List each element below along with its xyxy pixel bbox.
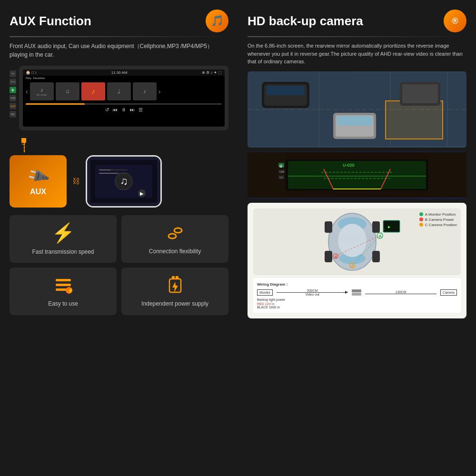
tyc-button[interactable]: TY-C — [10, 79, 16, 85]
legend-dot-green — [419, 212, 423, 216]
feature-card-connection-flexibility: Connection flexibility — [121, 215, 228, 263]
diagram-legend: A Monitor Position B Camera Power C Came… — [419, 212, 457, 227]
play-label: Play — [26, 77, 31, 79]
phone-screen: ♫ ▶ — [87, 157, 160, 206]
left-panel: AUX Function 🎵 Front AUX audio input, Ca… — [0, 0, 238, 476]
chain-icon: ⛓ — [72, 177, 80, 186]
stereo-progress-bar[interactable] — [26, 103, 222, 105]
svg-rect-61 — [372, 221, 380, 233]
wiring-row-video: Monitor 500CM Video out 130CM — [257, 289, 457, 296]
aux-plug-icon: 🔌 — [25, 163, 51, 188]
stereo-screen: 🏠 □ ↕ 11:30 AM ⊕ ⚙ ♪ ✦ ⬚ Play Favorites … — [23, 69, 225, 127]
music-note-4: ♩ — [118, 88, 120, 95]
cable-1-area: 500CM Video out — [277, 289, 348, 296]
music-card-3[interactable]: ♪ — [81, 82, 105, 100]
svg-rect-13 — [56, 279, 71, 281]
phone-music-app: ♫ ▶ — [90, 160, 157, 203]
stereo-side-buttons: TF TY-C ⏻ USB AUX MIC — [10, 66, 16, 118]
stereo-progress-fill — [26, 103, 85, 105]
stereo-statusbar: 🏠 □ ↕ 11:30 AM ⊕ ⚙ ♪ ✦ ⬚ — [23, 69, 225, 76]
svg-rect-40 — [248, 152, 286, 198]
wiring-diagram-container: A Monitor Position B Camera Power C Came… — [248, 203, 466, 318]
easy-to-use-icon: ⚡ — [53, 275, 74, 296]
feature-grid: ⚡ Fast transmission speed Connection fle… — [10, 215, 228, 315]
svg-rect-6 — [99, 169, 111, 170]
backup-light-label: Backup light power — [257, 298, 457, 301]
black-wire-label: BLACK GND in — [257, 306, 457, 309]
camera-box: Camera — [440, 289, 457, 296]
next-button[interactable]: › — [159, 88, 161, 95]
aux-box-label: AUX — [30, 188, 46, 196]
aux-section-header: AUX Function 🎵 — [10, 10, 228, 32]
aux-box: 🔌 AUX — [10, 155, 67, 208]
stereo-home-icon: 🏠 □ ↕ — [26, 70, 37, 75]
connection-flexibility-icon — [165, 223, 186, 244]
camera-label: Camera — [443, 291, 455, 294]
svg-rect-34 — [402, 84, 438, 103]
cable-length-2: 130CM — [396, 290, 407, 294]
cable-2-area: 130CM — [365, 290, 436, 294]
legend-camera-position: C Camera Position — [419, 223, 457, 227]
music-note-1: ♪ — [40, 87, 43, 93]
backup-camera-view: U-020 ⏻ USB MIC — [248, 151, 466, 199]
svg-point-12 — [174, 228, 182, 233]
music-card-4[interactable]: ♩ — [107, 82, 131, 100]
lightning-icon: ⚡ — [51, 222, 75, 244]
music-card-2[interactable]: ♫ — [56, 82, 79, 100]
music-note-3: ♪ — [91, 87, 95, 96]
feature-card-fast-transmission: ⚡ Fast transmission speed — [10, 215, 117, 263]
stereo-screen-container: 🏠 □ ↕ 11:30 AM ⊕ ⚙ ♪ ✦ ⬚ Play Favorites … — [19, 66, 228, 130]
svg-rect-60 — [325, 221, 332, 233]
connector-2 — [352, 293, 361, 296]
connector-1 — [352, 289, 361, 292]
fast-forward-button[interactable]: ⏭ — [130, 107, 135, 112]
legend-camera-power-label: B Camera Power — [425, 218, 454, 222]
wiring-title: Wiring Diagram： — [257, 282, 457, 287]
feature-card-easy-to-use: ⚡ Easy to use — [10, 268, 117, 315]
svg-rect-32 — [337, 116, 372, 126]
svg-text:U-020: U-020 — [343, 163, 355, 168]
cable-line-1 — [277, 292, 348, 293]
stereo-controls: ↺ ⏮ ⏸ ⏭ ☰ — [23, 106, 225, 114]
car-diagram-area: A Monitor Position B Camera Power C Came… — [253, 208, 461, 275]
aux-button[interactable]: AUX — [10, 103, 16, 109]
usb-button[interactable]: USB — [10, 95, 16, 101]
mic-button[interactable]: MIC — [10, 111, 16, 118]
aux-icon-badge: 🎵 — [206, 10, 228, 32]
music-card-1[interactable]: ♪ My songs — [30, 82, 54, 100]
video-out-label: Video out — [306, 293, 319, 296]
aux-title: AUX Function — [10, 14, 91, 29]
power-wiring-row: Backup light power RED 12V in BLACK GND … — [257, 298, 457, 309]
tf-button[interactable]: TF — [10, 70, 16, 77]
rewind-button[interactable]: ⏮ — [113, 107, 118, 112]
device-row: 🔌 AUX ⛓ ♫ — [10, 155, 228, 208]
connection-line-area: § — [10, 138, 228, 152]
svg-text:⚡: ⚡ — [68, 288, 74, 294]
camera-section-header: HD back-up camera ® — [248, 10, 466, 32]
camera-icon-badge: ® — [444, 10, 466, 32]
favorite-label: Favorites — [33, 77, 45, 79]
play-pause-button[interactable]: ⏸ — [121, 107, 126, 112]
camera-description: On the 6.86-inch screen, the rearview mi… — [248, 42, 466, 66]
svg-point-11 — [169, 234, 176, 238]
svg-rect-63 — [372, 251, 380, 262]
prev-button[interactable]: ‹ — [26, 88, 28, 95]
camera-divider — [248, 36, 466, 37]
music-card-5[interactable]: ♪ — [133, 82, 157, 100]
monitor-box: Monitor — [257, 289, 273, 296]
cable-length-1: 500CM — [307, 289, 318, 292]
stereo-time: 11:30 AM — [111, 70, 128, 75]
svg-rect-41 — [428, 152, 466, 198]
aerial-camera-view — [248, 71, 466, 148]
svg-rect-26 — [386, 101, 443, 139]
power-button[interactable]: ⏻ — [10, 87, 16, 93]
list-button[interactable]: ☰ — [139, 107, 143, 112]
music-note-2: ♫ — [65, 88, 69, 95]
backup-camera-svg: U-020 ⏻ USB MIC — [248, 152, 466, 198]
svg-text:MIC: MIC — [279, 176, 284, 179]
legend-monitor-label: A Monitor Position — [425, 212, 456, 217]
monitor-label: Monitor — [259, 291, 270, 294]
svg-rect-43 — [288, 161, 426, 189]
svg-point-64 — [338, 224, 367, 257]
repeat-button[interactable]: ↺ — [105, 107, 109, 112]
